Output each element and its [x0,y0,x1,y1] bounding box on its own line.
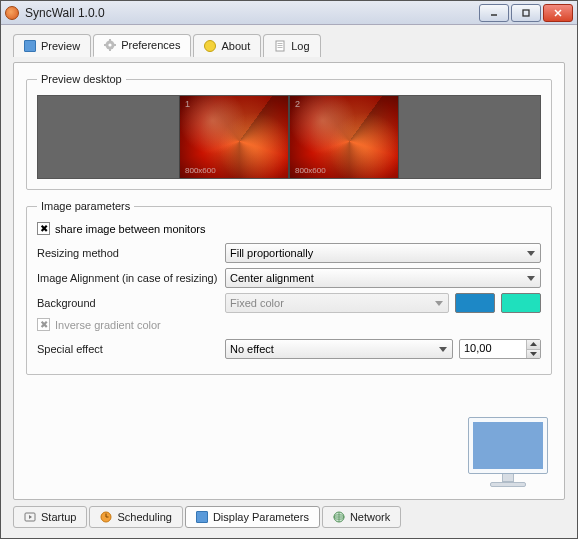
monitor-icon [24,40,36,52]
monitor-resolution: 800x600 [185,166,216,175]
svg-marker-17 [439,347,447,352]
image-alignment-row: Image Alignment (in case of resizing) Ce… [37,268,541,288]
share-image-row: ✖ share image between monitors [37,222,541,235]
image-parameters-group: Image parameters ✖ share image between m… [26,200,552,375]
tab-label: Startup [41,511,76,523]
monitor-illustration-icon [468,417,548,491]
tab-about[interactable]: About [193,34,261,57]
tab-network[interactable]: Network [322,506,401,528]
svg-rect-1 [523,10,529,16]
svg-marker-15 [527,276,535,281]
tab-label: Scheduling [117,511,171,523]
top-tabs: Preview Preferences About Log [13,33,565,56]
app-icon [5,6,19,20]
monitor-number: 2 [295,99,300,109]
tab-startup[interactable]: Startup [13,506,87,528]
titlebar: SyncWall 1.0.0 [1,1,577,25]
share-image-checkbox[interactable]: ✖ [37,222,50,235]
tab-preferences[interactable]: Preferences [93,34,191,57]
close-button[interactable] [543,4,573,22]
tab-log[interactable]: Log [263,34,320,57]
image-alignment-label: Image Alignment (in case of resizing) [37,272,225,284]
image-parameters-legend: Image parameters [37,200,134,212]
maximize-button[interactable] [511,4,541,22]
image-alignment-value: Center alignment [230,272,314,284]
preview-deadspace-right [399,96,540,178]
tab-label: Preferences [121,39,180,51]
window-control-group [479,4,573,22]
monitor-icon [196,511,208,523]
client-area: Preview Preferences About Log [1,25,577,538]
special-effect-label: Special effect [37,343,225,355]
svg-marker-21 [29,515,32,519]
preview-monitor-1[interactable]: 1 800x600 [179,96,289,178]
tab-scheduling[interactable]: Scheduling [89,506,182,528]
spinbox-value: 10,00 [460,340,526,358]
special-effect-spinbox[interactable]: 10,00 [459,339,541,359]
svg-marker-18 [530,342,537,346]
tab-label: Log [291,40,309,52]
tab-label: About [221,40,250,52]
resizing-method-row: Resizing method Fill proportionally [37,243,541,263]
bottom-tabs: Startup Scheduling Display Parameters Ne… [13,506,565,528]
resizing-method-value: Fill proportionally [230,247,313,259]
app-window: SyncWall 1.0.0 Preview Pre [0,0,578,539]
special-effect-row: Special effect No effect 10,00 [37,339,541,359]
tab-display-parameters[interactable]: Display Parameters [185,506,320,528]
special-effect-select[interactable]: No effect [225,339,453,359]
clock-icon [100,511,112,523]
chevron-down-icon [436,341,450,357]
gear-icon [104,39,116,51]
minimize-button[interactable] [479,4,509,22]
svg-marker-14 [527,251,535,256]
tab-label: Preview [41,40,80,52]
svg-marker-16 [435,301,443,306]
chevron-down-icon [524,245,538,261]
resizing-method-label: Resizing method [37,247,225,259]
special-effect-value: No effect [230,343,274,355]
svg-point-5 [109,43,112,46]
preview-monitor-2[interactable]: 2 800x600 [289,96,399,178]
monitor-number: 1 [185,99,190,109]
document-icon [274,40,286,52]
inverse-gradient-row: ✖ Inverse gradient color [37,318,541,331]
preferences-panel: Preview desktop 1 800x600 2 800x600 I [13,62,565,500]
background-select: Fixed color [225,293,449,313]
inverse-gradient-checkbox: ✖ [37,318,50,331]
background-color-primary[interactable] [455,293,495,313]
chevron-down-icon [432,295,446,311]
background-label: Background [37,297,225,309]
preview-desktop-legend: Preview desktop [37,73,126,85]
tab-preview[interactable]: Preview [13,34,91,57]
sun-icon [204,40,216,52]
resizing-method-select[interactable]: Fill proportionally [225,243,541,263]
image-alignment-select[interactable]: Center alignment [225,268,541,288]
desktop-preview: 1 800x600 2 800x600 [37,95,541,179]
chevron-down-icon [524,270,538,286]
preview-desktop-group: Preview desktop 1 800x600 2 800x600 [26,73,552,190]
background-value: Fixed color [230,297,284,309]
monitor-resolution: 800x600 [295,166,326,175]
window-title: SyncWall 1.0.0 [25,6,479,20]
spinbox-down-button[interactable] [527,349,540,359]
preview-deadspace-left [38,96,179,178]
background-color-secondary[interactable] [501,293,541,313]
startup-icon [24,511,36,523]
tab-label: Network [350,511,390,523]
background-row: Background Fixed color [37,293,541,313]
spinbox-up-button[interactable] [527,340,540,349]
share-image-label: share image between monitors [55,223,205,235]
network-icon [333,511,345,523]
tab-label: Display Parameters [213,511,309,523]
svg-marker-19 [530,352,537,356]
inverse-gradient-label: Inverse gradient color [55,319,161,331]
